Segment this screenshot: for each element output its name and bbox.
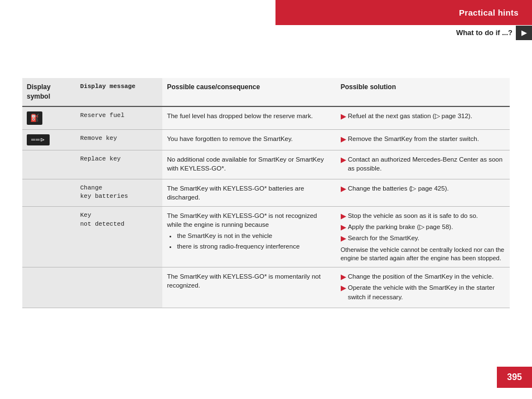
- table-row: Change key batteriesThe SmartKey with KE…: [22, 179, 510, 207]
- header-symbol: Display symbol: [22, 78, 76, 106]
- cell-solution: ▶Change the batteries (▷ page 425).: [336, 179, 510, 207]
- header-section: Practical hints What to do if ...? ▶: [275, 0, 532, 40]
- table-row: ⛽Reserve fuelThe fuel level has dropped …: [22, 106, 510, 130]
- cell-cause: The SmartKey with KEYLESS-GO* is not rec…: [162, 207, 336, 267]
- cell-message: Replace key: [76, 150, 163, 179]
- main-content: Display symbol Display message Possible …: [22, 78, 510, 308]
- cell-cause: The SmartKey with KEYLESS-GO* batteries …: [162, 179, 336, 207]
- cell-message: Key not detected: [76, 207, 163, 267]
- table-header-row: Display symbol Display message Possible …: [22, 78, 510, 106]
- table-row: Replace keyNo additional code available …: [22, 150, 510, 179]
- table-row: ══⊳Remove keyYou have forgotten to remov…: [22, 129, 510, 150]
- cell-symbol: [22, 267, 76, 308]
- cell-solution: ▶Stop the vehicle as soon as it is safe …: [336, 207, 510, 267]
- cell-message: Remove key: [76, 129, 163, 150]
- what-to-do-tab: ▶: [516, 26, 532, 40]
- cell-message: Reserve fuel: [76, 106, 163, 130]
- cell-cause: The fuel level has dropped below the res…: [162, 106, 336, 130]
- practical-hints-title: Practical hints: [459, 8, 519, 17]
- cell-solution: ▶Refuel at the next gas station (▷ page …: [336, 106, 510, 130]
- cell-solution: ▶Contact an authorized Mercedes-Benz Cen…: [336, 150, 510, 179]
- header-message: Display message: [76, 78, 163, 106]
- what-to-do-text: What to do if ...?: [456, 25, 512, 40]
- cell-cause: No additional code available for SmartKe…: [162, 150, 336, 179]
- cell-symbol: ══⊳: [22, 129, 76, 150]
- what-to-do-bar: What to do if ...? ▶: [275, 25, 532, 40]
- table-row: Key not detectedThe SmartKey with KEYLES…: [22, 207, 510, 267]
- header-solution: Possible solution: [336, 78, 510, 106]
- cell-solution: ▶Remove the SmartKey from the starter sw…: [336, 129, 510, 150]
- practical-hints-bar: Practical hints: [275, 0, 532, 25]
- cell-cause: The SmartKey with KEYLESS-GO* is momenta…: [162, 267, 336, 308]
- page-number: 395: [497, 367, 532, 388]
- cell-message: Change key batteries: [76, 179, 163, 207]
- cell-message: [76, 267, 163, 308]
- cell-cause: You have forgotten to remove the SmartKe…: [162, 129, 336, 150]
- cell-symbol: [22, 207, 76, 267]
- content-table: Display symbol Display message Possible …: [22, 78, 510, 308]
- cell-symbol: [22, 179, 76, 207]
- header-cause: Possible cause/consequence: [162, 78, 336, 106]
- cell-symbol: ⛽: [22, 106, 76, 130]
- cell-solution: ▶Change the position of the SmartKey in …: [336, 267, 510, 308]
- cell-symbol: [22, 150, 76, 179]
- table-row: The SmartKey with KEYLESS-GO* is momenta…: [22, 267, 510, 308]
